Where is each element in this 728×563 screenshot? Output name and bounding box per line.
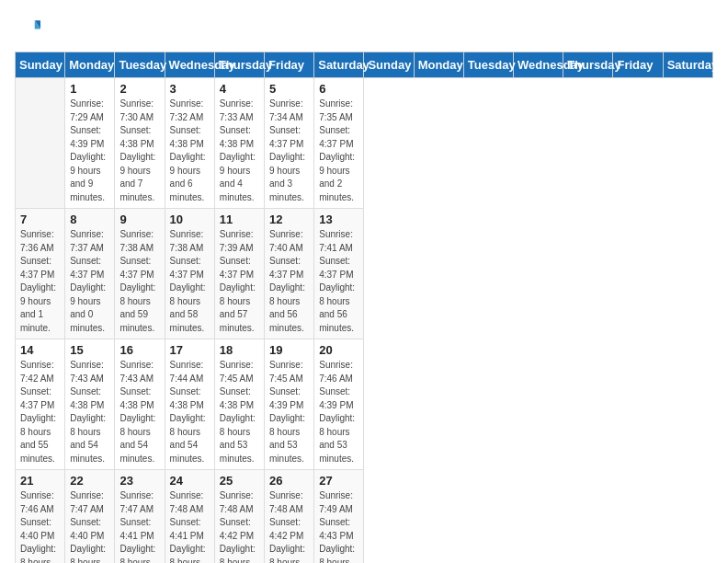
calendar-cell: 12Sunrise: 7:40 AM Sunset: 4:37 PM Dayli… (265, 209, 314, 339)
day-number: 16 (119, 343, 159, 357)
calendar-cell: 19Sunrise: 7:45 AM Sunset: 4:39 PM Dayli… (265, 339, 314, 470)
day-number: 17 (170, 343, 210, 357)
day-number: 1 (70, 82, 109, 96)
calendar-cell: 9Sunrise: 7:38 AM Sunset: 4:37 PM Daylig… (115, 209, 165, 339)
calendar-table: SundayMondayTuesdayWednesdayThursdayFrid… (15, 52, 713, 563)
day-info: Sunrise: 7:42 AM Sunset: 4:37 PM Dayligh… (20, 359, 60, 465)
day-info: Sunrise: 7:43 AM Sunset: 4:38 PM Dayligh… (70, 359, 109, 465)
day-info: Sunrise: 7:48 AM Sunset: 4:41 PM Dayligh… (170, 489, 210, 563)
calendar-cell: 16Sunrise: 7:43 AM Sunset: 4:38 PM Dayli… (115, 339, 165, 470)
day-number: 6 (319, 82, 358, 96)
day-info: Sunrise: 7:43 AM Sunset: 4:38 PM Dayligh… (119, 359, 159, 465)
day-number: 23 (119, 474, 159, 488)
day-number: 15 (70, 343, 109, 357)
calendar-cell (16, 78, 65, 209)
calendar-header-sunday: Sunday (16, 52, 65, 78)
calendar-cell: 13Sunrise: 7:41 AM Sunset: 4:37 PM Dayli… (314, 209, 364, 339)
day-number: 4 (220, 82, 259, 96)
day-info: Sunrise: 7:40 AM Sunset: 4:37 PM Dayligh… (269, 228, 309, 335)
day-info: Sunrise: 7:30 AM Sunset: 4:38 PM Dayligh… (119, 98, 159, 204)
calendar-cell: 20Sunrise: 7:46 AM Sunset: 4:39 PM Dayli… (314, 339, 364, 470)
calendar-header-wednesday: Wednesday (165, 52, 214, 78)
day-info: Sunrise: 7:47 AM Sunset: 4:40 PM Dayligh… (70, 489, 109, 563)
day-number: 22 (70, 474, 109, 488)
day-number: 24 (170, 474, 210, 488)
day-info: Sunrise: 7:38 AM Sunset: 4:37 PM Dayligh… (170, 228, 210, 335)
page-header (15, 15, 713, 40)
day-info: Sunrise: 7:46 AM Sunset: 4:39 PM Dayligh… (319, 359, 358, 465)
day-number: 27 (319, 474, 358, 488)
calendar-cell: 5Sunrise: 7:34 AM Sunset: 4:37 PM Daylig… (265, 78, 314, 209)
day-info: Sunrise: 7:45 AM Sunset: 4:38 PM Dayligh… (220, 359, 259, 465)
day-number: 9 (119, 213, 159, 226)
day-info: Sunrise: 7:49 AM Sunset: 4:43 PM Dayligh… (319, 489, 358, 563)
day-info: Sunrise: 7:48 AM Sunset: 4:42 PM Dayligh… (220, 489, 259, 563)
day-number: 14 (20, 343, 60, 357)
calendar-header-row: SundayMondayTuesdayWednesdayThursdayFrid… (16, 52, 713, 78)
header-day-saturday: Saturday (663, 52, 712, 78)
calendar-week-row: 1Sunrise: 7:29 AM Sunset: 4:39 PM Daylig… (16, 78, 713, 209)
day-number: 3 (170, 82, 210, 96)
day-number: 12 (269, 213, 309, 226)
day-info: Sunrise: 7:35 AM Sunset: 4:37 PM Dayligh… (319, 98, 358, 204)
day-info: Sunrise: 7:34 AM Sunset: 4:37 PM Dayligh… (269, 98, 309, 204)
logo-icon (15, 15, 40, 40)
calendar-cell: 3Sunrise: 7:32 AM Sunset: 4:38 PM Daylig… (165, 78, 214, 209)
day-info: Sunrise: 7:44 AM Sunset: 4:38 PM Dayligh… (170, 359, 210, 465)
day-info: Sunrise: 7:32 AM Sunset: 4:38 PM Dayligh… (170, 98, 210, 204)
day-info: Sunrise: 7:47 AM Sunset: 4:41 PM Dayligh… (119, 489, 159, 563)
day-number: 2 (119, 82, 159, 96)
calendar-week-row: 21Sunrise: 7:46 AM Sunset: 4:40 PM Dayli… (16, 470, 713, 564)
logo (15, 15, 44, 40)
day-info: Sunrise: 7:48 AM Sunset: 4:42 PM Dayligh… (269, 489, 309, 563)
calendar-cell: 21Sunrise: 7:46 AM Sunset: 4:40 PM Dayli… (16, 470, 65, 564)
calendar-header-saturday: Saturday (314, 52, 364, 78)
calendar-header-monday: Monday (65, 52, 115, 78)
day-info: Sunrise: 7:33 AM Sunset: 4:38 PM Dayligh… (220, 98, 259, 204)
day-number: 18 (220, 343, 259, 357)
calendar-cell: 22Sunrise: 7:47 AM Sunset: 4:40 PM Dayli… (65, 470, 115, 564)
day-number: 26 (269, 474, 309, 488)
day-number: 8 (70, 213, 109, 226)
day-info: Sunrise: 7:29 AM Sunset: 4:39 PM Dayligh… (70, 98, 109, 204)
calendar-cell: 11Sunrise: 7:39 AM Sunset: 4:37 PM Dayli… (214, 209, 264, 339)
day-number: 5 (269, 82, 309, 96)
day-number: 20 (319, 343, 358, 357)
day-number: 7 (20, 213, 60, 226)
calendar-cell: 2Sunrise: 7:30 AM Sunset: 4:38 PM Daylig… (115, 78, 165, 209)
calendar-week-row: 7Sunrise: 7:36 AM Sunset: 4:37 PM Daylig… (16, 209, 713, 339)
day-number: 11 (220, 213, 259, 226)
day-number: 10 (170, 213, 210, 226)
header-day-sunday: Sunday (364, 52, 414, 78)
calendar-header-tuesday: Tuesday (115, 52, 165, 78)
day-info: Sunrise: 7:36 AM Sunset: 4:37 PM Dayligh… (20, 228, 60, 335)
calendar-week-row: 14Sunrise: 7:42 AM Sunset: 4:37 PM Dayli… (16, 339, 713, 470)
calendar-cell: 27Sunrise: 7:49 AM Sunset: 4:43 PM Dayli… (314, 470, 364, 564)
header-day-thursday: Thursday (563, 52, 613, 78)
calendar-cell: 17Sunrise: 7:44 AM Sunset: 4:38 PM Dayli… (165, 339, 214, 470)
header-day-tuesday: Tuesday (463, 52, 513, 78)
day-info: Sunrise: 7:37 AM Sunset: 4:37 PM Dayligh… (70, 228, 109, 335)
header-day-wednesday: Wednesday (514, 52, 563, 78)
calendar-cell: 14Sunrise: 7:42 AM Sunset: 4:37 PM Dayli… (16, 339, 65, 470)
calendar-cell: 23Sunrise: 7:47 AM Sunset: 4:41 PM Dayli… (115, 470, 165, 564)
day-number: 13 (319, 213, 358, 226)
day-info: Sunrise: 7:39 AM Sunset: 4:37 PM Dayligh… (220, 228, 259, 335)
calendar-cell: 4Sunrise: 7:33 AM Sunset: 4:38 PM Daylig… (214, 78, 264, 209)
header-day-friday: Friday (613, 52, 663, 78)
calendar-cell: 24Sunrise: 7:48 AM Sunset: 4:41 PM Dayli… (165, 470, 214, 564)
day-number: 19 (269, 343, 309, 357)
day-info: Sunrise: 7:41 AM Sunset: 4:37 PM Dayligh… (319, 228, 358, 335)
calendar-cell: 15Sunrise: 7:43 AM Sunset: 4:38 PM Dayli… (65, 339, 115, 470)
calendar-cell: 1Sunrise: 7:29 AM Sunset: 4:39 PM Daylig… (65, 78, 115, 209)
calendar-header-friday: Friday (265, 52, 314, 78)
day-info: Sunrise: 7:45 AM Sunset: 4:39 PM Dayligh… (269, 359, 309, 465)
day-number: 21 (20, 474, 60, 488)
calendar-cell: 7Sunrise: 7:36 AM Sunset: 4:37 PM Daylig… (16, 209, 65, 339)
calendar-cell: 25Sunrise: 7:48 AM Sunset: 4:42 PM Dayli… (214, 470, 264, 564)
calendar-cell: 26Sunrise: 7:48 AM Sunset: 4:42 PM Dayli… (265, 470, 314, 564)
day-info: Sunrise: 7:46 AM Sunset: 4:40 PM Dayligh… (20, 489, 60, 563)
day-info: Sunrise: 7:38 AM Sunset: 4:37 PM Dayligh… (119, 228, 159, 335)
calendar-cell: 6Sunrise: 7:35 AM Sunset: 4:37 PM Daylig… (314, 78, 364, 209)
calendar-cell: 10Sunrise: 7:38 AM Sunset: 4:37 PM Dayli… (165, 209, 214, 339)
